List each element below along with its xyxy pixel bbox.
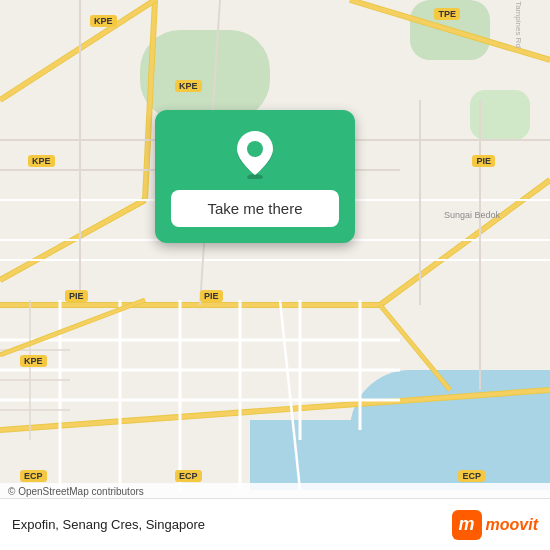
svg-line-9 — [380, 180, 550, 305]
svg-point-42 — [247, 141, 263, 157]
svg-line-13 — [0, 390, 550, 430]
road-network-svg — [0, 0, 550, 490]
highway-label-kpe-top: KPE — [90, 15, 117, 27]
highway-label-pie-left: PIE — [65, 290, 88, 302]
highway-label-pie-center: PIE — [200, 290, 223, 302]
svg-line-40 — [0, 300, 145, 355]
map-background: KPE KPE KPE KPE PIE PIE PIE TPE ECP ECP … — [0, 0, 550, 550]
location-icon-wrapper — [230, 130, 280, 180]
take-me-there-button[interactable]: Take me there — [171, 190, 339, 227]
attribution-text: © OpenStreetMap contributors — [8, 486, 144, 497]
svg-line-28 — [280, 300, 300, 490]
location-text: Expofin, Senang Cres, Singapore — [12, 517, 205, 532]
moovit-logo[interactable]: m moovit — [452, 510, 538, 540]
popup-card: Take me there — [155, 110, 355, 243]
highway-label-tpe: TPE — [434, 8, 460, 20]
highway-label-kpe-center: KPE — [175, 80, 202, 92]
highway-label-ecp-left: ECP — [20, 470, 47, 482]
sungai-bedok-label: Sungai Bedok — [444, 210, 500, 220]
highway-label-kpe-mid: KPE — [28, 155, 55, 167]
moovit-logo-text: moovit — [486, 516, 538, 534]
location-pin-icon — [235, 131, 275, 179]
highway-label-ecp-right: ECP — [458, 470, 485, 482]
highway-label-pie-right: PIE — [472, 155, 495, 167]
svg-line-3 — [0, 0, 155, 100]
highway-label-ecp-center: ECP — [175, 470, 202, 482]
map-container: KPE KPE KPE KPE PIE PIE PIE TPE ECP ECP … — [0, 0, 550, 550]
tampines-road-label: Tampines Rd — [514, 1, 523, 48]
svg-line-15 — [380, 305, 450, 390]
highway-label-kpe-bottom: KPE — [20, 355, 47, 367]
moovit-logo-icon: m — [452, 510, 482, 540]
bottom-bar: Expofin, Senang Cres, Singapore m moovit — [0, 498, 550, 550]
